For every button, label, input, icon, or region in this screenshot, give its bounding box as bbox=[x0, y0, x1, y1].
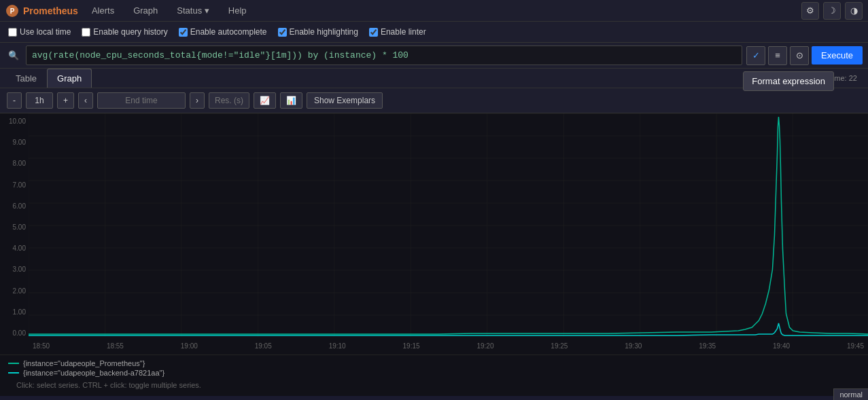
enable-highlighting-checkbox[interactable] bbox=[278, 28, 287, 37]
query-actions: ✓ ≡ ⊙ Execute bbox=[746, 46, 863, 65]
y-label-7: 7.00 bbox=[0, 181, 26, 189]
list-icon-btn[interactable]: ≡ bbox=[768, 46, 787, 65]
y-label-1: 1.00 bbox=[0, 308, 26, 316]
chart-svg bbox=[29, 113, 868, 337]
legend-item-1[interactable]: {instance="udapeople_backend-a7821aa"} bbox=[8, 369, 860, 377]
y-label-0: 0.00 bbox=[0, 329, 26, 337]
prometheus-logo: P bbox=[5, 4, 19, 18]
use-local-time-label: Use local time bbox=[20, 27, 71, 37]
line-chart-btn[interactable]: 📈 bbox=[254, 92, 276, 109]
prev-button[interactable]: ‹ bbox=[78, 92, 93, 109]
y-label-3: 3.00 bbox=[0, 266, 26, 273]
y-label-5: 5.00 bbox=[0, 223, 26, 231]
plus-button[interactable]: + bbox=[57, 92, 74, 109]
settings-icon: ⚙ bbox=[806, 5, 814, 16]
enable-autocomplete-checkbox[interactable] bbox=[179, 28, 188, 37]
legend-area: {instance="udapeople_Prometheus"} {insta… bbox=[0, 354, 868, 396]
x-label-1855: 18:55 bbox=[107, 342, 124, 350]
brand-name: Prometheus bbox=[23, 5, 78, 16]
moon-icon: ☽ bbox=[828, 5, 836, 16]
y-axis: 10.00 9.00 8.00 7.00 6.00 5.00 4.00 3.00… bbox=[0, 113, 29, 337]
legend-color-0 bbox=[8, 363, 19, 364]
x-label-1945: 19:45 bbox=[847, 342, 864, 350]
next-button[interactable]: › bbox=[190, 92, 205, 109]
x-label-1925: 19:25 bbox=[551, 342, 568, 350]
stacked-chart-btn[interactable]: 📊 bbox=[280, 92, 302, 109]
legend-label-1: {instance="udapeople_backend-a7821aa"} bbox=[23, 369, 164, 377]
graph-controls: - + ‹ › 📈 📊 Show Exemplars bbox=[0, 88, 868, 113]
list-icon: ≡ bbox=[775, 50, 780, 60]
legend-item-0[interactable]: {instance="udapeople_Prometheus"} bbox=[8, 359, 860, 367]
topbar: Use local time Enable query history Enab… bbox=[0, 22, 868, 43]
x-label-1930: 19:30 bbox=[625, 342, 642, 350]
x-axis: 18:50 18:55 19:00 19:05 19:10 19:15 19:2… bbox=[29, 337, 868, 354]
legend-hint: Click: select series. CTRL + click: togg… bbox=[8, 378, 860, 392]
tab-table[interactable]: Table bbox=[5, 69, 47, 88]
x-label-1900: 19:00 bbox=[181, 342, 198, 350]
end-time-input[interactable] bbox=[97, 92, 186, 109]
line-chart-icon: 📈 bbox=[260, 96, 270, 105]
nav-graph[interactable]: Graph bbox=[128, 3, 163, 18]
show-exemplars-button[interactable]: Show Exemplars bbox=[307, 92, 383, 109]
tabs-row: Table Graph Load time: 22 bbox=[0, 69, 868, 88]
x-label-1920: 19:20 bbox=[476, 342, 493, 350]
enable-query-history-checkbox[interactable] bbox=[82, 28, 90, 37]
duration-input[interactable] bbox=[26, 92, 53, 109]
nav-help[interactable]: Help bbox=[223, 3, 252, 18]
enable-linter-label: Enable linter bbox=[381, 27, 426, 37]
minus-button[interactable]: - bbox=[7, 92, 22, 109]
enable-query-history-group[interactable]: Enable query history bbox=[82, 27, 167, 37]
enable-autocomplete-group[interactable]: Enable autocomplete bbox=[179, 27, 267, 37]
format-expression-tooltip: Format expression bbox=[743, 71, 834, 91]
search-icon-wrap: 🔍 bbox=[5, 50, 22, 60]
user-icon: ⊙ bbox=[796, 50, 803, 60]
navbar: P Prometheus Alerts Graph Status ▾ Help … bbox=[0, 0, 868, 22]
x-label-1940: 19:40 bbox=[773, 342, 790, 350]
user-icon-btn[interactable]: ⊙ bbox=[790, 46, 809, 65]
navbar-right: ⚙ ☽ ◑ bbox=[801, 2, 863, 20]
enable-autocomplete-label: Enable autocomplete bbox=[190, 27, 267, 37]
y-label-10: 10.00 bbox=[0, 117, 26, 125]
contrast-icon: ◑ bbox=[850, 5, 858, 16]
nav-alerts[interactable]: Alerts bbox=[86, 3, 120, 18]
query-bar: 🔍 ✓ ≡ ⊙ Execute Format expression bbox=[0, 43, 868, 69]
brand: P Prometheus bbox=[5, 4, 78, 18]
format-tooltip-text: Format expression bbox=[752, 76, 825, 86]
enable-query-history-label: Enable query history bbox=[93, 27, 167, 37]
use-local-time-group[interactable]: Use local time bbox=[8, 27, 71, 37]
chart-area: 10.00 9.00 8.00 7.00 6.00 5.00 4.00 3.00… bbox=[0, 113, 868, 354]
enable-highlighting-group[interactable]: Enable highlighting bbox=[278, 27, 358, 37]
check-icon: ✓ bbox=[752, 50, 760, 60]
x-label-1850: 18:50 bbox=[33, 342, 50, 350]
status-label: normal bbox=[839, 390, 863, 396]
y-label-6: 6.00 bbox=[0, 202, 26, 210]
enable-linter-group[interactable]: Enable linter bbox=[369, 27, 426, 37]
settings-icon-btn[interactable]: ⚙ bbox=[801, 2, 819, 20]
x-label-1910: 19:10 bbox=[329, 342, 346, 350]
y-label-8: 8.00 bbox=[0, 160, 26, 167]
tab-graph[interactable]: Graph bbox=[47, 69, 92, 88]
legend-label-0: {instance="udapeople_Prometheus"} bbox=[23, 359, 145, 367]
contrast-icon-btn[interactable]: ◑ bbox=[845, 2, 863, 20]
load-time-value: 22 bbox=[849, 74, 857, 82]
resolution-input[interactable] bbox=[209, 92, 249, 109]
y-label-4: 4.00 bbox=[0, 244, 26, 252]
svg-text:P: P bbox=[10, 7, 15, 15]
check-icon-btn[interactable]: ✓ bbox=[746, 46, 765, 65]
stacked-chart-icon: 📊 bbox=[286, 96, 296, 105]
x-label-1935: 19:35 bbox=[699, 342, 716, 350]
execute-button[interactable]: Execute bbox=[812, 46, 863, 65]
query-input[interactable] bbox=[26, 46, 742, 65]
enable-highlighting-label: Enable highlighting bbox=[290, 27, 358, 37]
use-local-time-checkbox[interactable] bbox=[8, 28, 17, 37]
moon-icon-btn[interactable]: ☽ bbox=[823, 2, 841, 20]
y-label-9: 9.00 bbox=[0, 139, 26, 146]
legend-color-1 bbox=[8, 372, 19, 374]
nav-status[interactable]: Status ▾ bbox=[171, 3, 214, 18]
x-label-1905: 19:05 bbox=[255, 342, 272, 350]
search-icon: 🔍 bbox=[8, 50, 19, 60]
chart-inner bbox=[29, 113, 868, 337]
y-label-2: 2.00 bbox=[0, 287, 26, 295]
enable-linter-checkbox[interactable] bbox=[369, 28, 378, 37]
status-bar: normal bbox=[833, 388, 868, 396]
